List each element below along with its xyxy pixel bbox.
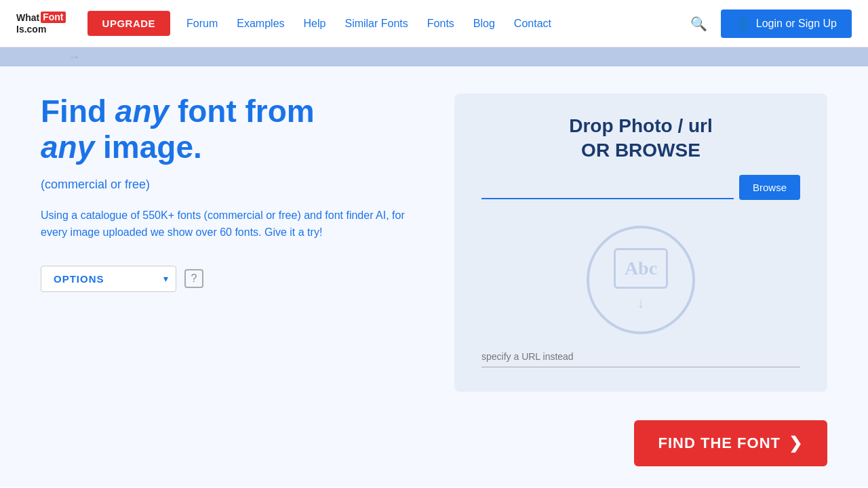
find-font-button[interactable]: FIND THE FONT ❯ <box>634 420 827 466</box>
download-arrow-icon: ↓ <box>637 294 645 312</box>
search-button[interactable]: 🔍 <box>688 13 710 35</box>
content-area: Find any font from any image. (commercia… <box>0 66 868 427</box>
heading-any1: any <box>115 94 169 129</box>
url-input-row <box>481 350 800 367</box>
options-wrapper: OPTIONS ▾ <box>41 266 176 292</box>
nav-help[interactable]: Help <box>304 18 326 30</box>
find-font-label: FIND THE FONT <box>658 434 781 452</box>
abc-box-icon: Abc <box>614 248 668 289</box>
logo-what-text: What <box>16 13 39 22</box>
arrow-right-icon: ❯ <box>789 434 803 453</box>
heading-any2: any <box>41 129 94 165</box>
upload-circle-icon: Abc ↓ <box>587 226 695 334</box>
description: Using a catalogue of 550K+ fonts (commer… <box>41 207 414 241</box>
question-mark-icon: ? <box>191 272 197 285</box>
drop-title: Drop Photo / url <box>569 115 713 137</box>
login-button[interactable]: 👤 Login or Sign Up <box>721 9 852 38</box>
logo[interactable]: What Font Is.com <box>16 12 66 35</box>
nav-contact[interactable]: Contact <box>514 18 551 30</box>
drop-or-browse: OR BROWSE <box>581 140 701 161</box>
upgrade-button[interactable]: UPGRADE <box>87 11 171 36</box>
logo-iscom-text: Is.com <box>16 24 46 35</box>
search-icon: 🔍 <box>690 16 707 31</box>
left-side: Find any font from any image. (commercia… <box>41 94 414 400</box>
browse-input[interactable] <box>481 176 734 199</box>
main-container: Find any font from any image. (commercia… <box>0 66 868 487</box>
nav-fonts[interactable]: Fonts <box>427 18 454 30</box>
blue-banner: → <box>0 47 868 66</box>
person-icon: 👤 <box>736 16 751 31</box>
browse-row: Browse <box>481 175 800 200</box>
help-icon-button[interactable]: ? <box>184 269 203 288</box>
browse-button[interactable]: Browse <box>739 175 800 200</box>
upload-icon-area: Abc ↓ <box>587 226 695 334</box>
right-side: Drop Photo / url OR BROWSE Browse Abc ↓ <box>454 94 827 400</box>
drop-zone[interactable]: Drop Photo / url OR BROWSE Browse Abc ↓ <box>454 94 827 392</box>
header: What Font Is.com UPGRADE Forum Examples … <box>0 0 868 47</box>
nav: Forum Examples Help Similar Fonts Fonts … <box>186 18 688 30</box>
heading-find: Find <box>41 94 115 129</box>
abc-text-icon: Abc <box>625 258 657 279</box>
nav-examples[interactable]: Examples <box>237 18 284 30</box>
nav-forum[interactable]: Forum <box>186 18 218 30</box>
nav-blog[interactable]: Blog <box>473 18 495 30</box>
logo-font-text: Font <box>41 12 65 23</box>
url-input[interactable] <box>481 351 800 362</box>
main-heading: Find any font from any image. <box>41 94 414 165</box>
header-right: 🔍 👤 Login or Sign Up <box>688 9 852 38</box>
find-font-section: FIND THE FONT ❯ <box>0 420 868 487</box>
login-label: Login or Sign Up <box>756 18 837 30</box>
subtitle: (commercial or free) <box>41 178 414 192</box>
options-select[interactable]: OPTIONS <box>41 266 176 292</box>
banner-arrow-icon: → <box>68 50 80 64</box>
nav-similar-fonts[interactable]: Similar Fonts <box>344 18 408 30</box>
heading-image: image. <box>94 129 202 165</box>
heading-font-from: font from <box>169 94 315 129</box>
options-bar: OPTIONS ▾ ? <box>41 266 414 292</box>
